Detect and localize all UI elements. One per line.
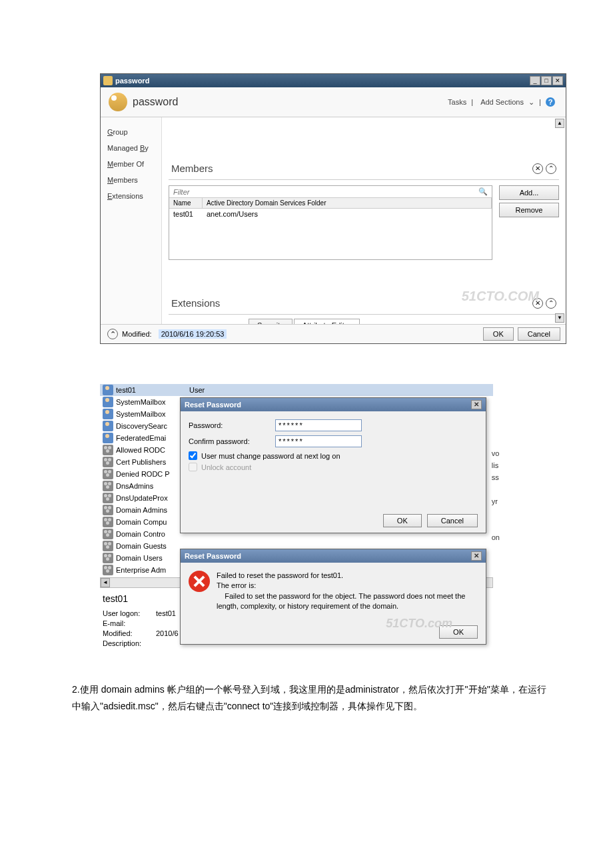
search-icon[interactable]: 🔍 <box>478 187 488 196</box>
nav-panel: Group Managed By Member Of Members Exten… <box>101 117 162 324</box>
nav-members[interactable]: Members <box>106 172 156 188</box>
section-close-icon[interactable]: ✕ <box>532 163 543 174</box>
nav-member-of[interactable]: Member Of <box>106 156 156 172</box>
ad-users-area: test01UserSystemMailboxSystemMailboxDisc… <box>100 384 493 655</box>
ext-close-icon[interactable]: ✕ <box>532 298 543 309</box>
modified-value: 2010/6 <box>156 629 179 637</box>
clipped-text: volisss yr on <box>492 447 500 543</box>
members-section: Members ✕ ⌃ 🔍 Name Active Di <box>169 157 559 265</box>
extension-tabs: Security Attribute Editor <box>169 315 559 324</box>
add-button[interactable]: Add... <box>499 185 559 200</box>
description-label: Description: <box>103 639 156 647</box>
section-collapse-icon[interactable]: ⌃ <box>546 163 556 174</box>
ext-collapse-icon[interactable]: ⌃ <box>546 298 556 309</box>
modified-label: Modified: <box>122 330 152 338</box>
tab-attribute-editor[interactable]: Attribute Editor <box>294 319 360 324</box>
dialog-ok-button[interactable]: OK <box>383 514 422 527</box>
dialog-titlebar: Reset Password ✕ <box>181 398 486 411</box>
body: Group Managed By Member Of Members Exten… <box>101 117 566 324</box>
item-name: Domain Contro <box>116 530 189 538</box>
nav-extensions[interactable]: Extensions <box>106 188 156 204</box>
item-name: DnsUpdateProx <box>116 494 189 502</box>
tasks-link[interactable]: Tasks <box>448 98 466 106</box>
extensions-section: Extensions ✕ ⌃ Security Attribute Editor <box>169 292 559 324</box>
filter-input[interactable] <box>173 188 478 196</box>
item-name: SystemMailbox <box>116 398 189 406</box>
add-sections-link[interactable]: Add Sections ⌄ <box>478 98 534 106</box>
group-icon <box>103 457 113 467</box>
col-folder[interactable]: Active Directory Domain Services Folder <box>203 198 492 208</box>
scroll-down-button[interactable]: ▼ <box>555 313 564 323</box>
item-name: Cert Publishers <box>116 458 189 466</box>
ok-button[interactable]: OK <box>483 327 514 341</box>
error-icon <box>189 571 210 592</box>
item-type: User <box>189 386 205 394</box>
dialog-close-button[interactable]: ✕ <box>471 400 482 409</box>
item-name: Domain Compu <box>116 518 189 526</box>
error-title: Reset Password <box>185 552 471 560</box>
user-icon <box>103 433 113 443</box>
dialog-title: Reset Password <box>185 401 471 409</box>
cancel-button[interactable]: Cancel <box>518 327 560 341</box>
nav-group[interactable]: Group <box>106 124 156 140</box>
help-icon[interactable]: ? <box>546 97 555 107</box>
email-label: E-mail: <box>103 619 156 627</box>
user-logon-value: test01 <box>156 609 176 617</box>
members-actions: Add... Remove <box>499 185 559 260</box>
group-icon <box>103 505 113 515</box>
remove-button[interactable]: Remove <box>499 203 559 217</box>
list-item[interactable]: test01User <box>100 384 493 396</box>
members-header: Members ✕ ⌃ <box>169 157 559 180</box>
close-button[interactable]: ✕ <box>552 76 563 85</box>
members-content: 🔍 Name Active Directory Domain Services … <box>169 180 559 265</box>
extensions-title: Extensions <box>171 297 532 309</box>
confirm-password-input[interactable] <box>275 435 362 447</box>
dialog-buttons: OK Cancel <box>181 509 486 533</box>
user-icon <box>103 421 113 431</box>
group-icon <box>103 553 113 563</box>
minimize-button[interactable]: _ <box>530 76 540 85</box>
nav-managed-by[interactable]: Managed By <box>106 140 156 156</box>
maximize-button[interactable]: □ <box>541 76 552 85</box>
item-name: SystemMailbox <box>116 410 189 418</box>
group-icon <box>103 517 113 527</box>
error-dialog: Reset Password ✕ Failed to reset the pas… <box>180 549 486 645</box>
must-change-label: User must change password at next log on <box>201 452 340 460</box>
scroll-left-button[interactable]: ◄ <box>101 578 110 587</box>
item-name: Allowed RODC <box>116 446 189 454</box>
dialog-cancel-button[interactable]: Cancel <box>427 514 478 527</box>
cell-folder: anet.com/Users <box>207 210 258 218</box>
password-properties-window: password _ □ ✕ password Tasks | Add Sect… <box>100 73 566 344</box>
filter-row: 🔍 <box>169 186 492 198</box>
error-body: Failed to reset the password for test01.… <box>181 563 486 620</box>
header: password Tasks | Add Sections ⌄ | ? <box>101 87 566 117</box>
unlock-label: Unlock account <box>201 463 251 471</box>
header-actions: Tasks | Add Sections ⌄ | ? <box>445 97 558 107</box>
item-name: Enterprise Adm <box>116 566 189 574</box>
scroll-up-button[interactable]: ▲ <box>555 119 564 128</box>
titlebar: password _ □ ✕ <box>101 74 566 87</box>
footer: ⌃ Modified: 2010/6/16 19:20:53 OK Cancel <box>101 324 566 343</box>
window-controls: _ □ ✕ <box>530 76 563 85</box>
item-name: DnsAdmins <box>116 482 189 490</box>
item-name: DiscoverySearc <box>116 422 189 430</box>
unlock-checkbox <box>189 463 197 471</box>
error-ok-button[interactable]: OK <box>439 625 478 639</box>
table-row[interactable]: test01 anet.com/Users <box>169 209 492 219</box>
group-icon <box>103 529 113 539</box>
item-name: FederatedEmai <box>116 434 189 442</box>
instruction-paragraph: 2.使用 domain admins 帐户组的一个帐号登入到域，我这里用的是ad… <box>72 681 546 715</box>
error-buttons: OK <box>181 620 486 644</box>
group-icon <box>103 493 113 503</box>
tab-security[interactable]: Security <box>249 319 293 324</box>
window-icon <box>103 76 113 85</box>
password-input[interactable] <box>275 419 362 431</box>
user-icon <box>103 385 113 395</box>
col-name[interactable]: Name <box>169 198 203 208</box>
window-title: password <box>115 77 530 85</box>
dialog-body: Password: Confirm password: User must ch… <box>181 411 486 509</box>
must-change-checkbox[interactable] <box>189 451 197 460</box>
error-close-button[interactable]: ✕ <box>471 551 482 561</box>
cell-name: test01 <box>173 210 207 218</box>
expand-button[interactable]: ⌃ <box>107 329 118 339</box>
